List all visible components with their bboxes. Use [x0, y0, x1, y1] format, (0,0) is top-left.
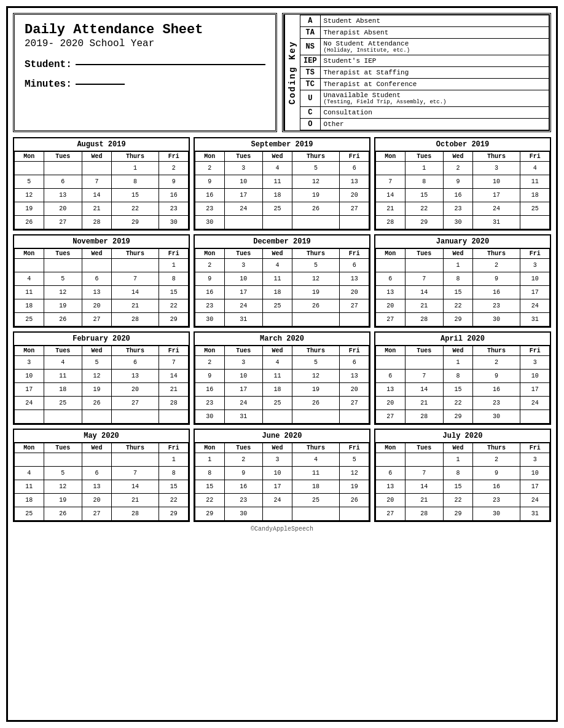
calendar-day-cell: 22: [159, 494, 189, 507]
coding-key-desc: Therapist at Staffing: [320, 67, 549, 79]
calendar-day-cell: 24: [224, 299, 263, 313]
calendar-day-cell: 23: [224, 494, 263, 507]
calendar-day-cell: [340, 216, 369, 229]
calendar-day-cell: [405, 453, 444, 467]
minutes-label: Minutes:: [25, 79, 72, 90]
calendar-week-row: 678910: [376, 272, 550, 286]
calendar-week-row: 56789: [15, 175, 189, 189]
calendar-day-cell: 20: [44, 202, 82, 216]
calendar-day-header: Mon: [376, 443, 405, 453]
coding-key-code: O: [300, 119, 321, 130]
calendar-day-cell: 3: [520, 259, 550, 272]
calendar-week-row: 12: [15, 162, 189, 175]
coding-key-code: TA: [300, 27, 321, 39]
calendar-day-header: Tues: [44, 346, 82, 356]
calendar-day-cell: 26: [44, 313, 82, 326]
calendar-day-cell: 20: [340, 383, 369, 397]
calendar-table: MonTuesWedThursFri1236789101314151617202…: [375, 443, 550, 521]
calendar-day-header: Wed: [444, 152, 473, 162]
calendar-day-cell: 6: [340, 162, 369, 175]
calendar-day-header: Tues: [224, 346, 263, 356]
calendar-week-row: 123: [376, 356, 550, 370]
calendar-title: August 2019: [14, 138, 189, 151]
calendar-day-cell: 19: [82, 383, 112, 397]
calendar-box: February 2020MonTuesWedThursFri345671011…: [13, 331, 190, 425]
calendar-day-cell: 23: [195, 397, 225, 410]
calendar-day-cell: 28: [405, 507, 444, 521]
student-label: Student:: [25, 59, 72, 70]
calendar-day-cell: 10: [224, 272, 263, 286]
calendar-day-cell: 30: [444, 216, 473, 229]
calendar-day-cell: 31: [224, 313, 263, 326]
calendar-box: April 2020MonTuesWedThursFri123678910131…: [374, 331, 551, 425]
calendar-day-header: Tues: [405, 249, 444, 259]
calendar-day-cell: 5: [292, 259, 340, 272]
calendar-week-row: 45678: [15, 272, 189, 286]
calendar-day-header: Tues: [44, 443, 82, 453]
calendar-day-cell: 30: [472, 507, 520, 521]
calendar-table: MonTuesWedThursFri1256789121314151619202…: [14, 151, 189, 229]
calendar-day-cell: [44, 453, 82, 467]
calendar-day-header: Wed: [82, 346, 112, 356]
calendar-day-cell: 13: [340, 272, 369, 286]
calendar-day-cell: 19: [44, 494, 82, 507]
calendar-day-cell: 12: [292, 370, 340, 383]
calendar-day-cell: 8: [444, 467, 473, 480]
calendar-day-cell: 23: [444, 202, 473, 216]
calendar-day-cell: 17: [520, 383, 550, 397]
calendar-day-header: Wed: [444, 443, 473, 453]
calendar-day-cell: 16: [224, 480, 263, 494]
title-box: Daily Attendance Sheet 2019- 2020 School…: [13, 13, 277, 132]
calendar-day-cell: 16: [472, 383, 520, 397]
calendar-day-cell: [82, 162, 112, 175]
calendar-day-cell: 22: [444, 494, 473, 507]
calendar-day-cell: 18: [520, 189, 550, 202]
calendar-day-cell: 23: [195, 202, 225, 216]
calendar-day-cell: 6: [376, 272, 405, 286]
calendar-day-cell: 12: [44, 286, 82, 299]
calendar-day-header: Fri: [520, 152, 550, 162]
calendar-day-cell: 12: [292, 272, 340, 286]
calendar-day-cell: 2: [195, 162, 225, 175]
calendar-day-header: Tues: [405, 346, 444, 356]
calendar-day-header: Fri: [520, 443, 550, 453]
calendar-day-cell: 8: [444, 272, 473, 286]
calendar-day-cell: 25: [15, 507, 44, 521]
calendar-day-cell: 20: [340, 189, 369, 202]
calendar-day-cell: 14: [405, 480, 444, 494]
calendar-day-header: Tues: [224, 249, 263, 259]
calendar-day-header: Wed: [82, 443, 112, 453]
calendar-day-cell: 2: [472, 356, 520, 370]
calendar-day-cell: 14: [82, 189, 112, 202]
calendar-day-cell: 8: [444, 370, 473, 383]
calendar-day-header: Wed: [82, 152, 112, 162]
calendar-week-row: 2021222324: [376, 494, 550, 507]
calendar-day-cell: 26: [292, 202, 340, 216]
calendar-day-cell: 14: [159, 370, 189, 383]
calendar-week-row: 1314151617: [376, 480, 550, 494]
calendar-day-header: Fri: [159, 152, 189, 162]
calendar-day-header: Tues: [405, 443, 444, 453]
calendar-title: March 2020: [195, 333, 369, 346]
calendar-title: July 2020: [375, 430, 550, 443]
calendar-day-cell: 7: [405, 272, 444, 286]
calendar-week-row: 1617181920: [195, 383, 369, 397]
calendar-day-header: Thurs: [472, 443, 520, 453]
calendar-day-header: Fri: [340, 346, 369, 356]
calendar-week-row: 1: [15, 453, 189, 467]
calendar-table: MonTuesWedThursFri2345691011121316171819…: [195, 346, 369, 424]
calendar-day-cell: [15, 162, 44, 175]
coding-key-desc: Student's IEP: [320, 55, 549, 67]
calendar-day-cell: 28: [111, 507, 159, 521]
calendar-day-cell: 26: [82, 397, 112, 410]
calendar-day-cell: [111, 453, 159, 467]
calendar-week-row: 2324252627: [195, 202, 369, 216]
calendar-title: December 2019: [195, 235, 369, 248]
calendar-week-row: 45678: [15, 467, 189, 480]
calendar-day-cell: 25: [263, 397, 292, 410]
calendar-day-cell: 11: [520, 175, 550, 189]
calendar-day-header: Wed: [82, 249, 112, 259]
calendar-day-cell: 4: [15, 467, 44, 480]
calendar-day-cell: 16: [195, 189, 225, 202]
calendar-day-cell: 29: [444, 410, 473, 424]
